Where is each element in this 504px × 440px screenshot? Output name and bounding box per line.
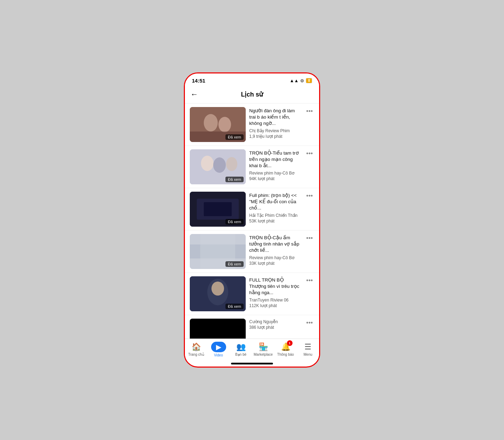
video-more-button[interactable]: ••• (305, 192, 314, 200)
bottom-nav: 🏠 Trang chủ ▶ Video 👥 Bạn bè 🏪 Marketpla… (185, 339, 319, 363)
list-item[interactable]: Đã xemFull phim: (trọn bộ) << "MẸ KẾ đu-… (185, 188, 319, 230)
video-views: 112K lượt phát (249, 303, 301, 308)
video-more-button[interactable]: ••• (305, 277, 314, 284)
video-icon: ▶ (211, 342, 226, 352)
video-title: Full phim: (trọn bộ) << "MẸ KẾ đu-ổi con… (249, 192, 301, 212)
svg-point-6 (213, 157, 226, 173)
watched-badge: Đã xem (225, 261, 244, 267)
nav-item-notifications[interactable]: 🔔 1 Thông báo (276, 342, 295, 356)
signal-icon: ▲▲ (290, 78, 299, 83)
video-info: TRỌN BỘ-Cậu ấm tưởng tình nhân vợ sắp ch… (249, 234, 301, 266)
nav-item-menu[interactable]: ☰ Menu (298, 342, 318, 356)
notification-badge: 1 (287, 340, 293, 346)
status-bar: 14:51 ▲▲ ⊜ 8 (185, 73, 319, 86)
list-item[interactable]: Đã xemFULL TRỌN BỘ Thượng tiên vì trêu t… (185, 273, 319, 315)
list-item[interactable]: Đã xemTRỌN BỘ-Cậu ấm tưởng tình nhân vợ … (185, 230, 319, 273)
video-views: 53K lượt phát (249, 219, 301, 223)
watched-badge: Đã xem (225, 219, 244, 225)
list-item[interactable]: Đã xemCường Nguyễn386 lượt phát••• (185, 315, 319, 339)
video-views: 1,9 triệu lượt phát (249, 134, 301, 139)
video-thumbnail: Đã xem (190, 234, 246, 269)
video-thumbnail: Đã xem (190, 319, 246, 339)
watched-badge: Đã xem (225, 304, 244, 309)
video-thumbnail: Đã xem (190, 149, 246, 184)
video-channel: Chị Bảy Review Phim (249, 128, 301, 133)
video-more-button[interactable]: ••• (305, 319, 314, 327)
history-list[interactable]: Đã xemNgười đàn ông đi làm trai b áo kiế… (185, 104, 319, 339)
svg-point-16 (211, 282, 224, 296)
notification-icon: 🔔 1 (281, 342, 290, 352)
video-title: Người đàn ông đi làm trai b áo kiếm t iề… (249, 108, 301, 127)
video-info: Full phim: (trọn bộ) << "MẸ KẾ đu-ổi con… (249, 192, 301, 223)
home-indicator (231, 363, 273, 364)
video-thumbnail: Đã xem (190, 192, 246, 227)
nav-label-marketplace: Marketplace (254, 353, 273, 356)
back-button[interactable]: ← (190, 88, 201, 100)
friends-icon: 👥 (236, 342, 246, 352)
video-title: TRỌN BỘ-Tiểu tam trơ trẽn ngạo mạn công … (249, 150, 301, 169)
video-info: Người đàn ông đi làm trai b áo kiếm t iề… (249, 107, 301, 139)
video-views: 94K lượt phát (249, 176, 301, 181)
video-more-button[interactable]: ••• (305, 150, 314, 157)
status-icons: ▲▲ ⊜ 8 (290, 78, 312, 83)
watched-badge: Đã xem (225, 134, 244, 140)
battery-indicator: 8 (306, 78, 312, 83)
nav-item-friends[interactable]: 👥 Bạn bè (231, 342, 251, 356)
status-time: 14:51 (192, 78, 205, 84)
video-channel: Review phim hay-Cô Bơ (249, 171, 301, 176)
svg-point-1 (204, 114, 218, 132)
video-channel: TranTuyen Riview 06 (249, 298, 301, 303)
nav-label-notifications: Thông báo (277, 353, 294, 356)
svg-point-7 (226, 157, 237, 171)
list-item[interactable]: Đã xemNgười đàn ông đi làm trai b áo kiế… (185, 104, 319, 146)
nav-label-home: Trang chủ (188, 353, 204, 356)
video-info: TRỌN BỘ-Tiểu tam trơ trẽn ngạo mạn công … (249, 149, 301, 181)
video-title: TRỌN BỘ-Cậu ấm tưởng tình nhân vợ sắp ch… (249, 235, 301, 254)
list-item[interactable]: Đã xemTRỌN BỘ-Tiểu tam trơ trẽn ngạo mạn… (185, 146, 319, 188)
nav-label-video: Video (214, 353, 223, 357)
phone-frame: 14:51 ▲▲ ⊜ 8 ← Lịch sử Đã xemNgười đàn ô… (184, 72, 320, 368)
marketplace-icon: 🏪 (259, 342, 268, 352)
home-icon: 🏠 (192, 342, 201, 352)
page-title: Lịch sử (201, 91, 314, 98)
nav-label-menu: Menu (303, 353, 312, 356)
menu-icon: ☰ (304, 342, 311, 352)
wifi-icon: ⊜ (300, 78, 304, 83)
video-views: 33K lượt phát (249, 261, 301, 266)
video-info: Cường Nguyễn386 lượt phát (249, 319, 301, 330)
video-thumbnail: Đã xem (190, 276, 246, 311)
svg-rect-17 (190, 319, 246, 339)
video-more-button[interactable]: ••• (305, 235, 314, 242)
page-header: ← Lịch sử (185, 86, 319, 104)
nav-item-video[interactable]: ▶ Video (209, 342, 228, 357)
video-thumbnail: Đã xem (190, 107, 246, 142)
video-views: 386 lượt phát (249, 325, 301, 330)
svg-point-2 (218, 117, 231, 132)
nav-item-home[interactable]: 🏠 Trang chủ (187, 342, 206, 356)
video-channel: Cường Nguyễn (249, 319, 301, 324)
video-title: FULL TRỌN BỘ Thượng tiên vì trêu trọc hằ… (249, 277, 301, 296)
nav-label-friends: Bạn bè (235, 353, 246, 356)
svg-point-5 (201, 156, 214, 171)
video-channel: Hải Tặc Phim Chiến Thần (249, 213, 301, 218)
video-more-button[interactable]: ••• (305, 108, 314, 115)
video-channel: Review phim hay-Cô Bơ (249, 255, 301, 260)
watched-badge: Đã xem (225, 177, 244, 182)
svg-rect-10 (204, 202, 232, 216)
nav-item-marketplace[interactable]: 🏪 Marketplace (254, 342, 273, 356)
video-info: FULL TRỌN BỘ Thượng tiên vì trêu trọc hằ… (249, 276, 301, 308)
